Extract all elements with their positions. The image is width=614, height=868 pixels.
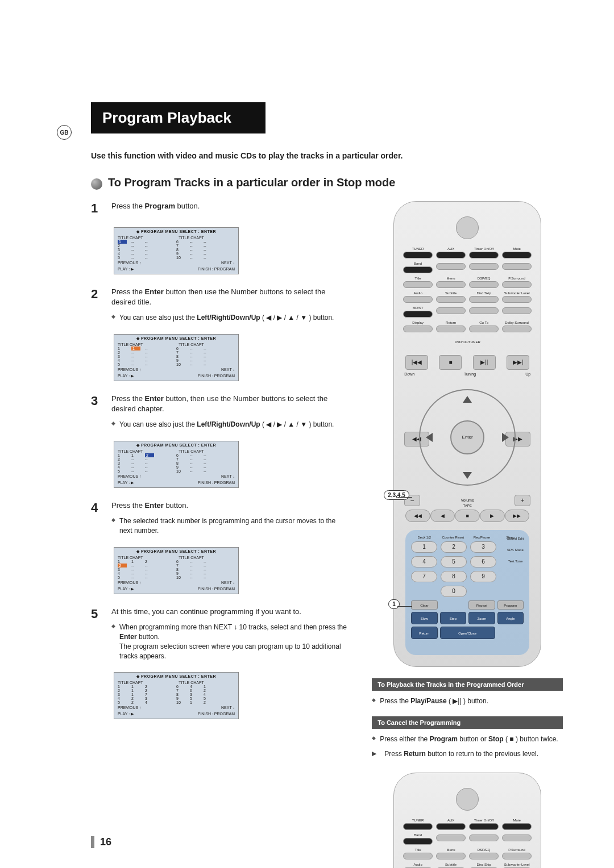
step-3: 3Press the Enter button, then use the Nu… — [91, 394, 349, 429]
remote-button: Timer On/Off — [469, 247, 499, 258]
remote-button: MO/ST — [403, 306, 433, 318]
intro-text: Use this function with video and music C… — [91, 151, 409, 161]
tape-row: ◀◀◀■▶▶▶ — [405, 510, 529, 522]
remote-illustration-2: TUNERAUXTimer On/OffMuteBandTitleMenuDSP… — [393, 773, 541, 868]
step-2: 2Press the Enter button then use the Num… — [91, 287, 349, 323]
down-icon — [463, 472, 472, 479]
remote-button: Audio — [403, 291, 433, 303]
section-heading-text: To Program Tracks in a particular order … — [108, 176, 395, 189]
remote-top-buttons: TUNERAUXTimer On/OffMuteBandTitleMenuDSP… — [403, 247, 532, 332]
remote-button: Band — [403, 833, 433, 845]
playback-header: To Playback the Tracks in the Programmed… — [372, 678, 563, 691]
page-number: 16 — [91, 836, 111, 848]
remote-button: Menu — [436, 848, 466, 859]
program-menu-screenshot: ◆ PROGRAM MENU SELECT : ENTERTITLE CHAPT… — [114, 334, 239, 381]
manual-page: GB Program Playback Use this function wi… — [0, 0, 614, 868]
up-icon — [463, 396, 472, 403]
step-1: 1Press the Program button. — [91, 201, 349, 216]
remote-button: Subwoofer Level — [502, 863, 532, 868]
power-button-icon — [456, 216, 479, 239]
remote-button: P.Surround — [502, 848, 532, 859]
program-menu-screenshot: ◆ PROGRAM MENU SELECT : ENTERTITLE CHAPT… — [114, 672, 239, 719]
remote-button — [502, 262, 532, 273]
remote-button: DSP/EQ — [469, 848, 499, 859]
section-heading: To Program Tracks in a particular order … — [91, 176, 563, 190]
step-5: 5At this time, you can continue programm… — [91, 607, 349, 661]
remote-button: Subwoofer Level — [502, 291, 532, 303]
remote-button — [469, 306, 499, 318]
program-menu-screenshot: ◆ PROGRAM MENU SELECT : ENTERTITLE CHAPT… — [114, 547, 239, 594]
remote-button: Mute — [502, 819, 532, 830]
remote-button — [436, 833, 466, 845]
remote-button: Go To — [469, 321, 499, 332]
remote-button: Timer On/Off — [469, 819, 499, 830]
left-icon — [426, 433, 433, 442]
remote-button: Audio — [403, 863, 433, 868]
remote-button: TUNER — [403, 247, 433, 258]
number-pad: 1234567890 — [411, 541, 496, 597]
step-4: 4Press the Enter button.The selected tra… — [91, 500, 349, 536]
remote-button — [502, 833, 532, 845]
remote-button: Subtitle — [436, 863, 466, 868]
right-icon — [502, 433, 509, 442]
region-badge: GB — [57, 125, 72, 140]
remote-button — [469, 262, 499, 273]
remote-button: Title — [403, 277, 433, 288]
program-menu-screenshot: ◆ PROGRAM MENU SELECT : ENTERTITLE CHAPT… — [114, 441, 239, 488]
dvd-transport-row: |◀◀■▶||▶▶| — [405, 355, 529, 370]
remote-button — [436, 306, 466, 318]
remote-button: Mute — [502, 247, 532, 258]
numpad-area: Deck 1/2Counter ResetRec/PauseSleep12345… — [405, 530, 529, 655]
steps-column: 1Press the Program button.◆ PROGRAM MENU… — [91, 201, 349, 868]
remote-button: Dolby Surround — [502, 321, 532, 332]
callout-2: 2,3,4,5 — [384, 490, 409, 500]
remote-button: Title — [403, 848, 433, 859]
remote-button: P.Surround — [502, 277, 532, 288]
remote-button: AUX — [436, 247, 466, 258]
remote-button — [502, 306, 532, 318]
enter-button: Enter — [450, 420, 484, 454]
remote-button: AUX — [436, 819, 466, 830]
cancel-instruction: Press either the Program button or Stop … — [372, 735, 563, 744]
remote-illustration-2-wrap: TUNERAUXTimer On/OffMuteBandTitleMenuDSP… — [372, 773, 563, 868]
power-button-icon — [456, 788, 479, 811]
remote-button: Disc Skip — [469, 291, 499, 303]
page-title: Program Playback — [91, 102, 265, 133]
aux-column: TUNERAUXTimer On/OffMuteBandTitleMenuDSP… — [372, 201, 563, 868]
remote-button: Subtitle — [436, 291, 466, 303]
remote-button: Menu — [436, 277, 466, 288]
playback-instruction: Press the Play/Pause ( ▶|| ) button. — [372, 696, 563, 706]
remote-button: DSP/EQ — [469, 277, 499, 288]
remote-button — [469, 833, 499, 845]
remote-button: Band — [403, 262, 433, 273]
bullet-icon — [91, 178, 102, 190]
remote-illustration: TUNERAUXTimer On/OffMuteBandTitleMenuDSP… — [393, 201, 541, 667]
remote-button: Display — [403, 321, 433, 332]
return-instruction: Press Return button to return to the pre… — [372, 749, 563, 759]
nav-pad: Enter — [419, 389, 516, 486]
cancel-header: To Cancel the Programming — [372, 716, 563, 729]
remote-button: Return — [436, 321, 466, 332]
program-menu-screenshot: ◆ PROGRAM MENU SELECT : ENTERTITLE CHAPT… — [114, 227, 239, 274]
remote-button: TUNER — [403, 819, 433, 830]
remote-button: Disc Skip — [469, 863, 499, 868]
callout-1: 1 — [388, 599, 400, 609]
remote-button — [436, 262, 466, 273]
